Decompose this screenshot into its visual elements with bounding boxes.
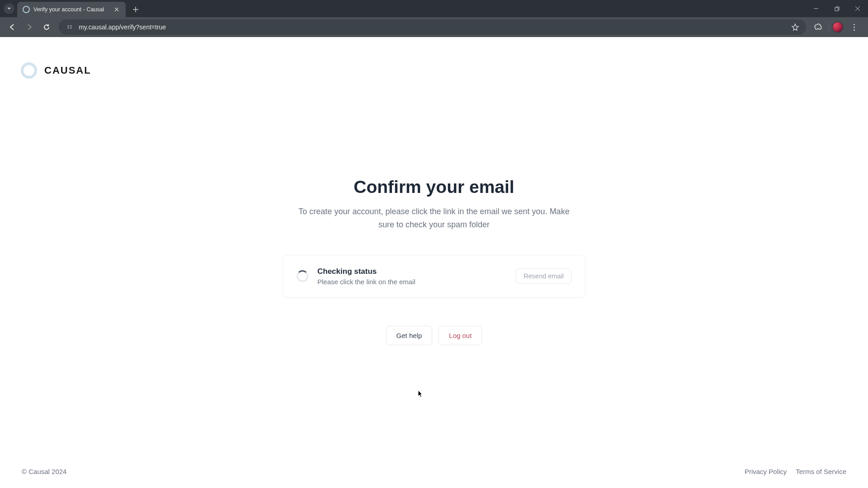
toolbar-divider (829, 23, 829, 32)
page-subtitle: To create your account, please click the… (294, 205, 574, 231)
status-card: Checking status Please click the link on… (283, 255, 585, 298)
status-description: Please click the link on the email (317, 278, 507, 286)
url-bar[interactable]: my.causal.app/verify?sent=true (59, 19, 806, 35)
logout-button[interactable]: Log out (439, 326, 482, 345)
tab-search-button[interactable] (4, 3, 14, 14)
browser-tab-bar: Verify your account - Causal (0, 0, 868, 17)
new-tab-button[interactable] (129, 3, 142, 16)
status-title: Checking status (317, 267, 507, 276)
browser-address-bar: my.causal.app/verify?sent=true (0, 17, 868, 37)
bookmark-button[interactable] (791, 23, 800, 32)
logo-icon (21, 62, 37, 79)
logo-text: CAUSAL (44, 65, 91, 76)
close-window-button[interactable] (847, 0, 868, 17)
reload-button[interactable] (39, 19, 54, 35)
site-info-icon[interactable] (65, 23, 74, 32)
svg-rect-0 (835, 8, 838, 11)
spinner-icon (297, 270, 308, 282)
status-text-group: Checking status Please click the link on… (317, 267, 507, 286)
browser-menu-button[interactable] (846, 19, 862, 35)
window-controls (806, 0, 868, 17)
resend-email-button[interactable]: Resend email (516, 268, 571, 284)
main-content: Confirm your email To create your accoun… (0, 37, 868, 459)
tab-close-button[interactable] (113, 6, 120, 13)
logo[interactable]: CAUSAL (21, 62, 91, 79)
terms-of-service-link[interactable]: Terms of Service (796, 468, 846, 475)
privacy-policy-link[interactable]: Privacy Policy (745, 468, 787, 475)
extensions-button[interactable] (811, 19, 826, 35)
forward-button[interactable] (22, 19, 37, 35)
minimize-button[interactable] (806, 0, 826, 17)
page-content: CAUSAL Confirm your email To create your… (0, 37, 868, 488)
page-title: Confirm your email (354, 177, 514, 197)
tab-title: Verify your account - Causal (33, 6, 109, 13)
footer-links: Privacy Policy Terms of Service (745, 468, 846, 475)
url-text: my.causal.app/verify?sent=true (79, 23, 786, 31)
browser-tab[interactable]: Verify your account - Causal (17, 2, 126, 17)
tab-favicon-icon (23, 6, 30, 13)
action-buttons: Get help Log out (386, 326, 482, 345)
back-button[interactable] (5, 19, 20, 35)
footer: © Causal 2024 Privacy Policy Terms of Se… (0, 459, 868, 488)
get-help-button[interactable]: Get help (386, 326, 433, 345)
copyright-text: © Causal 2024 (22, 468, 66, 475)
profile-avatar[interactable] (832, 21, 844, 33)
maximize-button[interactable] (826, 0, 847, 17)
